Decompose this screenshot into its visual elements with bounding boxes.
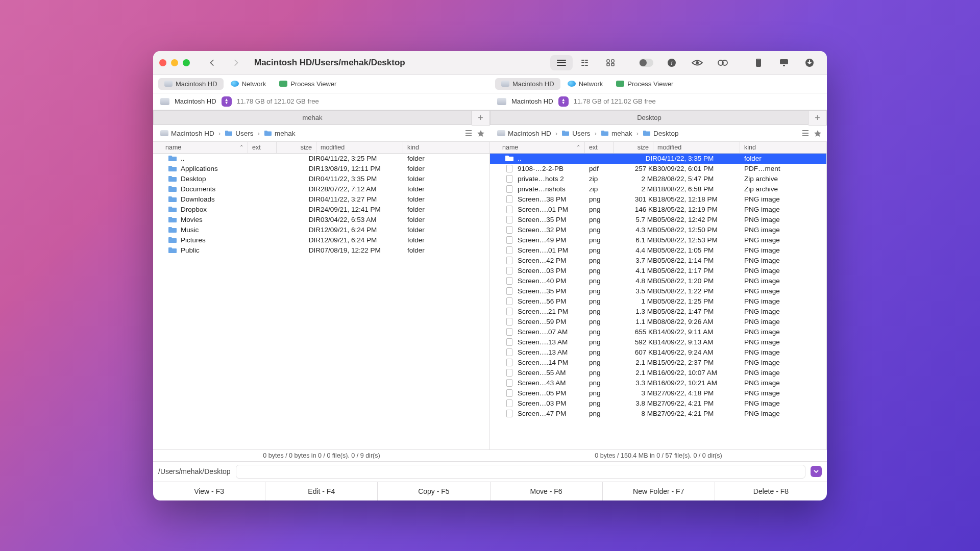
favorite-icon[interactable] xyxy=(814,130,822,137)
col-modified[interactable]: modified xyxy=(653,142,740,153)
file-row[interactable]: Screen…32 PMpng4.3 MB05/08/22, 12:50 PMP… xyxy=(490,225,826,235)
file-row[interactable]: MusicDIR12/09/21, 6:24 PMfolder xyxy=(153,225,489,235)
file-row[interactable]: Screen…35 PMpng3.5 MB05/08/22, 1:22 PMPN… xyxy=(490,286,826,296)
panel-left[interactable]: ..DIR04/11/22, 3:25 PMfolderApplications… xyxy=(153,154,490,449)
file-row[interactable]: Screen…56 PMpng1 MB05/08/22, 1:25 PMPNG … xyxy=(490,296,826,307)
path-input[interactable] xyxy=(236,465,805,479)
file-row[interactable]: Screen…47 PMpng8 MB27/09/22, 4:21 PMPNG … xyxy=(490,409,826,419)
source-tab-network[interactable]: Network xyxy=(561,78,609,90)
doc-icon xyxy=(504,318,514,325)
file-row[interactable]: Screen…03 PMpng4.1 MB05/08/22, 1:17 PMPN… xyxy=(490,266,826,276)
file-row[interactable]: Screen….13 AMpng592 KB14/09/22, 9:13 AMP… xyxy=(490,337,826,347)
col-size[interactable]: size xyxy=(614,142,653,153)
source-tab-macintosh-hd[interactable]: Macintosh HD xyxy=(495,78,560,90)
file-row[interactable]: Screen….07 AMpng655 KB14/09/22, 9:11 AMP… xyxy=(490,327,826,337)
volume-picker-right[interactable]: ▲▼ xyxy=(558,96,569,107)
breadcrumb-item[interactable]: Users xyxy=(223,129,255,138)
file-row[interactable]: DocumentsDIR28/07/22, 7:12 AMfolder xyxy=(153,184,489,194)
volume-picker-left[interactable]: ▲▼ xyxy=(222,96,232,107)
quicklook-button[interactable] xyxy=(686,55,708,70)
breadcrumb-item[interactable]: Users xyxy=(559,129,592,138)
network-drive-button[interactable] xyxy=(773,55,795,70)
breadcrumb-item[interactable]: Macintosh HD xyxy=(495,129,553,138)
fn-view[interactable]: View - F3 xyxy=(153,482,265,500)
breadcrumb-item[interactable]: mehak xyxy=(262,129,298,138)
col-modified[interactable]: modified xyxy=(316,142,403,153)
file-ext xyxy=(252,188,281,190)
col-size[interactable]: size xyxy=(277,142,316,153)
col-name[interactable]: name⌃ xyxy=(161,142,248,153)
close-button[interactable] xyxy=(159,59,166,66)
file-row[interactable]: PicturesDIR12/09/21, 6:24 PMfolder xyxy=(153,235,489,245)
col-ext[interactable]: ext xyxy=(585,142,614,153)
list-view-icon[interactable] xyxy=(464,130,473,137)
fn-edit[interactable]: Edit - F4 xyxy=(265,482,378,500)
source-tab-process-viewer[interactable]: Process Viewer xyxy=(273,78,342,90)
file-row[interactable]: ..DIR04/11/22, 3:25 PMfolder xyxy=(153,154,489,164)
disk-button[interactable] xyxy=(747,55,770,70)
file-row[interactable]: private…hots 2zip2 MB28/08/22, 5:47 PMZi… xyxy=(490,174,826,184)
favorite-icon[interactable] xyxy=(477,130,485,137)
file-row[interactable]: Screen…55 AMpng2.1 MB16/09/22, 10:07 AMP… xyxy=(490,368,826,378)
file-row[interactable]: Screen…49 PMpng6.1 MB05/08/22, 12:53 PMP… xyxy=(490,235,826,245)
file-row[interactable]: Screen….13 AMpng607 KB14/09/22, 9:24 AMP… xyxy=(490,347,826,358)
view-grid-button[interactable] xyxy=(599,55,622,70)
file-row[interactable]: PublicDIR07/08/19, 12:22 PMfolder xyxy=(153,245,489,256)
file-row[interactable]: Screen…35 PMpng5.7 MB05/08/22, 12:42 PMP… xyxy=(490,215,826,225)
file-row[interactable]: Screen…05 PMpng3 MB27/09/22, 4:18 PMPNG … xyxy=(490,388,826,398)
file-row[interactable]: Screen…42 PMpng3.7 MB05/08/22, 1:14 PMPN… xyxy=(490,256,826,266)
source-tab-process-viewer[interactable]: Process Viewer xyxy=(610,78,679,90)
file-row[interactable]: Screen…59 PMpng1.1 MB08/08/22, 9:26 AMPN… xyxy=(490,317,826,327)
file-name: 9108-…2-2-PB xyxy=(518,165,564,172)
search-button[interactable] xyxy=(712,55,734,70)
file-row[interactable]: Screen….14 PMpng2.1 MB15/09/22, 2:37 PMP… xyxy=(490,358,826,368)
file-name: Screen…55 AM xyxy=(518,369,566,377)
add-folder-tab-left[interactable]: + xyxy=(472,110,490,126)
breadcrumb-item[interactable]: mehak xyxy=(599,129,634,138)
source-tab-network[interactable]: Network xyxy=(225,78,273,90)
breadcrumb-item[interactable]: Desktop xyxy=(641,129,681,138)
nav-back-button[interactable] xyxy=(202,55,223,70)
fn-move[interactable]: Move - F6 xyxy=(491,482,603,500)
fn-copy[interactable]: Copy - F5 xyxy=(378,482,490,500)
source-tab-macintosh-hd[interactable]: Macintosh HD xyxy=(158,78,224,90)
file-row[interactable]: DownloadsDIR04/11/22, 3:27 PMfolder xyxy=(153,194,489,205)
file-row[interactable]: ApplicationsDIR13/08/19, 12:11 PMfolder xyxy=(153,164,489,174)
file-row[interactable]: ..DIR04/11/22, 3:35 PMfolder xyxy=(490,154,826,164)
file-row[interactable]: Screen….01 PMpng4.4 MB05/08/22, 1:05 PMP… xyxy=(490,245,826,256)
path-history-dropdown[interactable] xyxy=(811,466,822,477)
add-folder-tab-right[interactable]: + xyxy=(808,110,827,126)
col-ext[interactable]: ext xyxy=(248,142,277,153)
folder-tab-left[interactable]: mehak xyxy=(153,110,472,125)
fn-delete[interactable]: Delete - F8 xyxy=(715,482,827,500)
file-row[interactable]: Screen….21 PMpng1.3 MB05/08/22, 1:47 PMP… xyxy=(490,307,826,317)
folder-tab-right[interactable]: Desktop xyxy=(490,110,808,125)
minimize-button[interactable] xyxy=(171,59,178,66)
hidden-files-toggle[interactable] xyxy=(635,55,657,70)
file-row[interactable]: 9108-…2-2-PBpdf257 KB30/09/22, 6:01 PMPD… xyxy=(490,164,826,174)
breadcrumb-item[interactable]: Macintosh HD xyxy=(158,129,216,138)
file-kind: PNG image xyxy=(744,338,822,347)
view-columns-button[interactable] xyxy=(575,55,597,70)
info-button[interactable]: i xyxy=(660,55,683,70)
zoom-button[interactable] xyxy=(183,59,190,66)
col-name[interactable]: name⌃ xyxy=(498,142,585,153)
fn-newfolder[interactable]: New Folder - F7 xyxy=(603,482,715,500)
file-kind: PNG image xyxy=(744,266,822,276)
nav-forward-button[interactable] xyxy=(226,55,246,70)
file-row[interactable]: MoviesDIR03/04/22, 6:53 AMfolder xyxy=(153,215,489,225)
download-button[interactable] xyxy=(798,55,821,70)
panel-right[interactable]: ..DIR04/11/22, 3:35 PMfolder9108-…2-2-PB… xyxy=(490,154,827,449)
file-row[interactable]: Screen…38 PMpng301 KB18/05/22, 12:18 PMP… xyxy=(490,194,826,205)
list-view-icon[interactable] xyxy=(801,130,810,137)
file-row[interactable]: Screen….01 PMpng146 KB18/05/22, 12:19 PM… xyxy=(490,205,826,215)
file-row[interactable]: Screen…43 AMpng3.3 MB16/09/22, 10:21 AMP… xyxy=(490,378,826,388)
file-row[interactable]: DropboxDIR24/09/21, 12:41 PMfolder xyxy=(153,205,489,215)
file-row[interactable]: Screen…03 PMpng3.8 MB27/09/22, 4:21 PMPN… xyxy=(490,398,826,409)
file-row[interactable]: private…nshotszip2 MB18/08/22, 6:58 PMZi… xyxy=(490,184,826,194)
file-row[interactable]: DesktopDIR04/11/22, 3:35 PMfolder xyxy=(153,174,489,184)
col-kind[interactable]: kind xyxy=(740,142,827,153)
view-list-button[interactable] xyxy=(550,55,573,70)
file-row[interactable]: Screen…40 PMpng4.8 MB05/08/22, 1:20 PMPN… xyxy=(490,276,826,286)
col-kind[interactable]: kind xyxy=(403,142,490,153)
